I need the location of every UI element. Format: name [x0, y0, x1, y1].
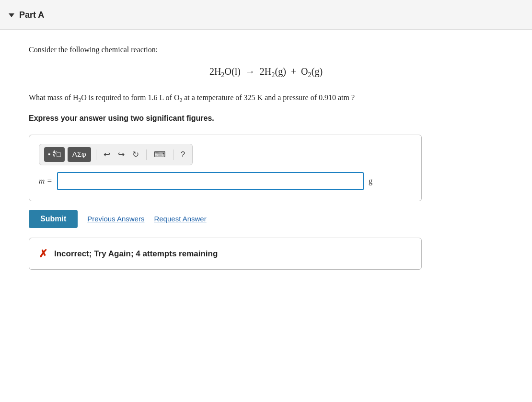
incorrect-icon: ✗ [39, 246, 47, 262]
math-toolbar: ▪ ∜□ AΣφ ↩ ↪ ↻ [39, 144, 193, 165]
symbol-btn[interactable]: AΣφ [72, 149, 86, 160]
express-note: Express your answer using two significan… [29, 113, 503, 124]
answer-box: ▪ ∜□ AΣφ ↩ ↪ ↻ [29, 135, 422, 201]
radical-icon[interactable]: ∜□ [52, 149, 60, 160]
feedback-box: ✗ Incorrect; Try Again; 4 attempts remai… [29, 238, 422, 270]
submit-label: Submit [40, 215, 66, 223]
help-icon: ? [181, 150, 185, 160]
request-answer-button[interactable]: Request Answer [154, 215, 206, 223]
feedback-message: Incorrect; Try Again; 4 attempts remaini… [54, 248, 218, 260]
previous-answers-label: Previous Answers [87, 215, 144, 223]
toolbar-sep-2 [146, 149, 147, 160]
unit-label: g [369, 175, 372, 187]
question-intro: Consider the following chemical reaction… [29, 44, 503, 56]
math-input-icon[interactable]: ▪ [48, 149, 50, 160]
collapse-triangle-icon[interactable] [9, 13, 14, 17]
redo-button[interactable]: ↪ [116, 149, 127, 161]
refresh-icon: ↻ [132, 149, 139, 160]
keyboard-icon: ⌨ [154, 149, 166, 160]
submit-button[interactable]: Submit [29, 210, 78, 228]
redo-icon: ↪ [118, 149, 125, 160]
toolbar-sep-1 [96, 149, 96, 160]
toolbar-sep-3 [173, 149, 173, 160]
submit-row: Submit Previous Answers Request Answer [29, 210, 503, 228]
previous-answers-button[interactable]: Previous Answers [87, 215, 144, 223]
math-group: ▪ ∜□ [44, 147, 65, 162]
undo-button[interactable]: ↩ [101, 149, 113, 161]
input-row: m = g [39, 172, 412, 190]
part-title: Part A [19, 9, 44, 22]
refresh-button[interactable]: ↻ [130, 149, 141, 161]
request-answer-label: Request Answer [154, 215, 206, 223]
symbol-group: AΣφ [68, 147, 91, 162]
chemical-equation: 2H2O(l) → 2H2(g) + O2(g) [29, 64, 503, 80]
keyboard-button[interactable]: ⌨ [151, 149, 168, 161]
input-label: m = [39, 175, 52, 187]
help-button[interactable]: ? [178, 149, 187, 161]
page-container: Part A Consider the following chemical r… [0, 0, 532, 402]
answer-input[interactable] [57, 172, 364, 190]
content-area: Consider the following chemical reaction… [0, 30, 532, 284]
question-body: What mass of H2O is required to form 1.6… [29, 91, 503, 105]
undo-icon: ↩ [104, 149, 110, 160]
part-header: Part A [0, 0, 532, 30]
